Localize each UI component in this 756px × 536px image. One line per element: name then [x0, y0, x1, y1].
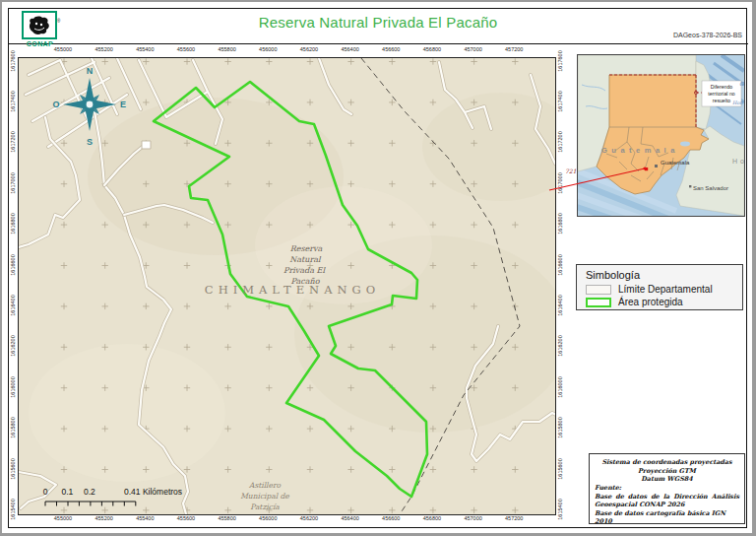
- protected-area-swatch: [586, 298, 611, 307]
- northing-label-right: 1615800: [556, 411, 564, 444]
- san-salvador-dot: [689, 185, 691, 187]
- easting-label-top: 456400: [336, 46, 365, 52]
- northing-label-left: 1616000: [9, 370, 17, 404]
- legend-label-departmental: Límite Departamental: [618, 284, 713, 295]
- reserve-location-marker: [645, 168, 648, 170]
- easting-label-top: 457200: [499, 46, 529, 52]
- northing-label-left: 1616400: [9, 289, 17, 322]
- document-code: DAGeos-378-2026-BS: [673, 32, 742, 38]
- northing-label-left: 1615400: [9, 493, 17, 526]
- northing-label-right: 1616200: [556, 329, 564, 363]
- northing-label-left: 1617600: [9, 44, 17, 78]
- easting-label-bottom: 455600: [171, 515, 201, 521]
- northing-label-right: 1616800: [556, 207, 564, 240]
- northing-label-right: 1616400: [556, 289, 564, 322]
- capital-city-dot: [655, 165, 658, 168]
- easting-label-bottom: 455800: [213, 515, 242, 521]
- departmental-limit-swatch: [586, 285, 611, 295]
- main-map: N E S O Reserva Natural Privada El Pacañ…: [18, 57, 556, 515]
- dispute-note-line1: Diferendo: [711, 84, 733, 90]
- northing-label-right: 1617000: [556, 167, 564, 200]
- sea-label-fragment-1: G: [739, 81, 744, 87]
- sea-label-fragment-2: Hon: [732, 100, 743, 105]
- compass-e: E: [120, 100, 126, 109]
- locality-label-line1: Astillero: [248, 481, 281, 490]
- compass-o: O: [52, 100, 59, 109]
- lake-izabal: [680, 142, 690, 147]
- northing-label-left: 1617200: [9, 125, 17, 159]
- northing-label-right: 1617400: [556, 85, 564, 118]
- locality-label-line2: Municipal de: [240, 492, 289, 501]
- northing-label-left: 1615600: [9, 452, 17, 486]
- northing-label-left: 1616600: [9, 248, 17, 282]
- inset-city-label: Guatemala: [661, 160, 690, 166]
- department-label: CHIMALTENANGO: [205, 283, 380, 297]
- locality-label-line3: Patzicía: [250, 502, 280, 511]
- compass-s: S: [87, 137, 93, 147]
- honduras-label-fragment: Ho: [732, 158, 745, 165]
- easting-label-bottom: 455400: [130, 515, 159, 521]
- meta-projection: Proyección GTM: [595, 467, 739, 476]
- northing-label-right: 1617200: [556, 125, 564, 159]
- easting-label-bottom: 457200: [499, 515, 529, 521]
- reserve-label-line1: Reserva: [290, 244, 323, 253]
- meta-datum: Datum WGS84: [595, 475, 739, 484]
- edge-label-fragment: 721: [565, 168, 576, 174]
- legend-label-protected: Área protegida: [618, 297, 683, 307]
- dispute-note-line3: resuelto: [713, 98, 731, 103]
- easting-label-top: 455400: [130, 46, 159, 52]
- meta-source-line2: Base de datos cartografía básica IGN 201…: [595, 509, 739, 526]
- easting-label-top: 456000: [253, 46, 283, 52]
- northing-label-left: 1616200: [9, 329, 17, 363]
- easting-label-bottom: 456600: [376, 515, 406, 521]
- northing-label-right: 1617600: [556, 44, 564, 78]
- inset-location-map: Diferendo territorial no resuelto Guatem…: [577, 54, 745, 217]
- dispute-note-line2: territorial no: [708, 91, 735, 97]
- scale-label-041: 0.41 Kilómetros: [124, 487, 182, 497]
- northing-label-right: 1616600: [556, 248, 564, 282]
- easting-label-top: 455800: [213, 46, 242, 52]
- northing-label-right: 1615400: [556, 493, 564, 526]
- reserve-label-line3: Privada El: [284, 266, 326, 275]
- legend-item-protected: Área protegida: [577, 297, 742, 307]
- easting-label-bottom: 457000: [459, 515, 488, 521]
- easting-label-bottom: 455000: [48, 515, 78, 521]
- easting-label-top: 455600: [171, 46, 201, 52]
- meta-source-label: Fuente:: [595, 484, 739, 493]
- meta-source-line1: Base de datos de la Dirección Análisis G…: [595, 493, 739, 509]
- easting-label-top: 456200: [294, 46, 324, 52]
- compass-n: N: [87, 66, 94, 76]
- building-footprint: [142, 141, 151, 149]
- northing-label-right: 1616000: [556, 370, 564, 404]
- easting-label-top: 455000: [48, 46, 78, 52]
- reserve-label-line2: Natural: [289, 255, 322, 264]
- northing-label-right: 1615600: [556, 452, 564, 486]
- easting-label-bottom: 455200: [90, 515, 119, 521]
- meta-coord-system: Sistema de coordenadas proyectadas: [595, 458, 739, 467]
- scale-label-01: 0.1: [61, 487, 73, 497]
- easting-label-top: 457000: [459, 46, 488, 52]
- northing-label-left: 1616800: [9, 207, 17, 240]
- easting-label-top: 456800: [417, 46, 447, 52]
- northing-label-left: 1617000: [9, 167, 17, 200]
- northing-label-left: 1617400: [9, 85, 17, 118]
- northing-label-left: 1615800: [9, 411, 17, 444]
- map-document: ® CONAP Reserva Natural Privada El Pacañ…: [0, 0, 756, 536]
- legend-title: Simbología: [577, 265, 742, 282]
- legend-box: Simbología Límite Departamental Área pro…: [576, 264, 743, 310]
- page-title: Reserva Natural Privada El Pacaño: [0, 14, 756, 31]
- easting-label-top: 456600: [376, 46, 406, 52]
- easting-label-bottom: 456200: [294, 515, 324, 521]
- easting-label-bottom: 456000: [253, 515, 283, 521]
- scale-label-02: 0.2: [84, 487, 95, 497]
- easting-label-bottom: 456800: [417, 515, 447, 521]
- easting-label-bottom: 456400: [336, 515, 365, 521]
- easting-label-top: 455200: [90, 46, 119, 52]
- scale-label-0: 0: [43, 487, 48, 497]
- header-divider: [8, 43, 748, 44]
- legend-item-departmental: Límite Departamental: [577, 284, 742, 295]
- metadata-box: Sistema de coordenadas proyectadas Proye…: [589, 453, 745, 524]
- san-salvador-label: San Salvador: [693, 185, 728, 191]
- inset-country-label: Guatemala: [601, 146, 679, 155]
